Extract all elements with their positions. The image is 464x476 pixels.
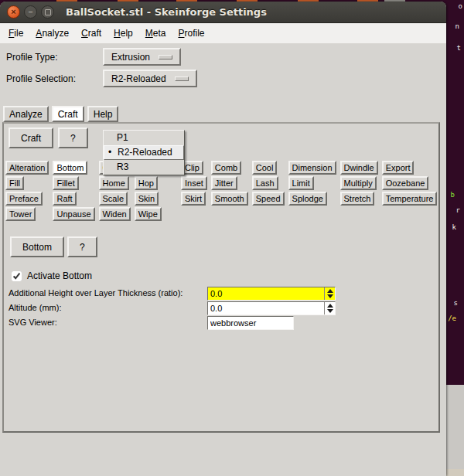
bottom-title-button[interactable]: Bottom — [10, 236, 64, 257]
terminal-text-fragment: r — [456, 207, 460, 214]
terminal-text-fragment: k — [452, 224, 456, 231]
craft-plugin-button-speed[interactable]: Speed — [252, 192, 285, 206]
craft-plugin-button-preface[interactable]: Preface — [5, 192, 43, 206]
terminal-text-fragment: b — [451, 192, 455, 199]
craft-plugin-button-skirt[interactable]: Skirt — [181, 192, 206, 206]
craft-plugin-button-alteration[interactable]: Alteration — [5, 161, 49, 175]
craft-plugin-button-home[interactable]: Home — [99, 176, 129, 190]
craft-plugin-button-splodge[interactable]: Splodge — [288, 192, 327, 206]
bottom-help-button[interactable]: ? — [67, 236, 97, 257]
profile-selection-value: R2-Reloaded — [111, 73, 166, 84]
titlebar[interactable]: × – BallSocket.stl - Skeinforge Settings — [0, 2, 446, 23]
svg-viewer-entry — [207, 316, 294, 330]
craft-plugin-button-cool[interactable]: Cool — [252, 161, 278, 175]
maximize-icon — [45, 9, 51, 15]
terminal-text-fragment: s — [454, 300, 458, 307]
craft-plugin-button-stretch[interactable]: Stretch — [340, 192, 375, 206]
terminal-text-fragment: /e — [448, 315, 456, 322]
terminal-text-fragment: n — [455, 23, 459, 30]
activate-bottom-checkbox[interactable] — [12, 271, 22, 281]
profile-type-value: Extrusion — [111, 52, 150, 63]
menu-option-r3[interactable]: • R3 — [104, 160, 184, 175]
craft-plugin-button-wipe[interactable]: Wipe — [135, 207, 162, 221]
menu-item-file[interactable]: File — [2, 25, 29, 42]
craft-plugin-button-bottom[interactable]: Bottom — [53, 161, 87, 175]
menu-option-label: R3 — [117, 162, 128, 172]
craft-plugin-button-skin[interactable]: Skin — [135, 192, 159, 206]
craft-tab-frame: Craft ? Alteration Bottom Carve Chamber … — [2, 122, 440, 433]
menu-item-help[interactable]: Help — [107, 25, 139, 42]
craft-title-button[interactable]: Craft — [9, 128, 53, 148]
profile-selection-label: Profile Selection: — [6, 73, 76, 84]
craft-plugin-button-dimension[interactable]: Dimension — [288, 161, 336, 175]
craft-plugin-button-widen[interactable]: Widen — [99, 207, 131, 221]
selected-bullet-icon: • — [108, 146, 111, 159]
spin-down-icon[interactable] — [327, 309, 333, 313]
menu-item-craft[interactable]: Craft — [75, 25, 107, 42]
craft-plugin-button-comb[interactable]: Comb — [211, 161, 241, 175]
altitude-label: Altitude (mm): — [9, 303, 61, 312]
craft-plugin-button-hop[interactable]: Hop — [135, 176, 158, 190]
menu-item-profile[interactable]: Profile — [172, 25, 210, 42]
notebook-tabs: Analyze Craft Help — [3, 106, 118, 122]
minimize-icon: – — [29, 8, 33, 16]
close-icon: × — [11, 8, 15, 16]
craft-plugin-button-fill[interactable]: Fill — [5, 176, 24, 190]
option-menu-indicator-icon — [159, 55, 172, 60]
craft-plugin-button-oozebane[interactable]: Oozebane — [382, 176, 429, 190]
spin-down-icon[interactable] — [327, 294, 333, 298]
craft-plugin-button-temperature[interactable]: Temperature — [382, 192, 438, 206]
craft-plugin-button-limit[interactable]: Limit — [288, 176, 314, 190]
menu-item-analyze[interactable]: Analyze — [29, 25, 75, 42]
spinner-control — [324, 287, 335, 300]
craft-plugin-button-raft[interactable]: Raft — [53, 192, 76, 206]
window-title: BallSocket.stl - Skeinforge Settings — [66, 6, 267, 18]
profile-type-dropdown[interactable]: Extrusion — [103, 48, 181, 66]
spin-up-icon[interactable] — [327, 304, 333, 308]
spinner-control — [324, 302, 335, 314]
svg-viewer-input[interactable] — [208, 317, 293, 329]
additional-height-spinbox — [207, 287, 336, 301]
skeinforge-settings-window: × – BallSocket.stl - Skeinforge Settings… — [0, 2, 446, 476]
altitude-spinbox — [207, 301, 336, 315]
craft-plugin-button-scale[interactable]: Scale — [99, 192, 128, 206]
profile-type-label: Profile Type: — [6, 52, 57, 63]
option-menu-indicator-icon — [175, 76, 189, 81]
craft-help-button[interactable]: ? — [58, 128, 88, 148]
menu-item-meta[interactable]: Meta — [139, 25, 172, 42]
craft-plugin-button-lash[interactable]: Lash — [252, 176, 278, 190]
craft-plugin-button-multiply[interactable]: Multiply — [340, 176, 377, 190]
spin-up-icon[interactable] — [327, 289, 333, 293]
profile-selection-dropdown[interactable]: R2-Reloaded — [103, 70, 197, 87]
terminal-text-fragment: o — [459, 3, 462, 10]
activate-bottom-label: Activate Bottom — [27, 270, 92, 281]
close-button[interactable]: × — [7, 5, 20, 19]
altitude-input[interactable] — [208, 302, 324, 314]
additional-height-label: Additional Height over Layer Thickness (… — [9, 288, 183, 298]
menu-option-p1[interactable]: • P1 — [104, 131, 184, 145]
menubar: File Analyze Craft Help Meta Profile — [0, 23, 446, 44]
craft-plugin-button-unpause[interactable]: Unpause — [53, 207, 94, 221]
craft-plugin-button-tower[interactable]: Tower — [5, 207, 36, 221]
additional-height-input[interactable] — [208, 287, 324, 300]
minimize-button[interactable]: – — [24, 5, 37, 19]
menu-option-r2-reloaded[interactable]: • R2-Reloaded — [104, 145, 184, 160]
profile-selection-menu: • P1 • R2-Reloaded • R3 — [103, 130, 185, 175]
tab-help[interactable]: Help — [87, 106, 119, 122]
window-body: Profile Type: Extrusion Profile Selectio… — [0, 43, 446, 476]
tab-analyze[interactable]: Analyze — [3, 106, 49, 122]
craft-plugin-button-dwindle[interactable]: Dwindle — [340, 161, 378, 175]
craft-plugin-button-smooth[interactable]: Smooth — [211, 192, 248, 206]
craft-plugin-button-fillet[interactable]: Fillet — [53, 176, 78, 190]
svg-viewer-label: SVG Viewer: — [9, 318, 57, 327]
craft-plugin-button-jitter[interactable]: Jitter — [211, 176, 237, 190]
menu-option-label: P1 — [117, 132, 128, 143]
craft-plugin-button-export[interactable]: Export — [382, 161, 415, 175]
craft-plugin-button-inset[interactable]: Inset — [181, 176, 207, 190]
menu-option-label: R2-Reloaded — [118, 147, 172, 158]
terminal-text-fragment: t — [457, 45, 461, 52]
maximize-button[interactable] — [41, 5, 54, 19]
craft-plugin-grid: Alteration Bottom Carve Chamber Clip Com… — [5, 161, 437, 221]
activate-bottom-row: Activate Bottom — [12, 270, 92, 281]
tab-craft[interactable]: Craft — [52, 106, 84, 122]
